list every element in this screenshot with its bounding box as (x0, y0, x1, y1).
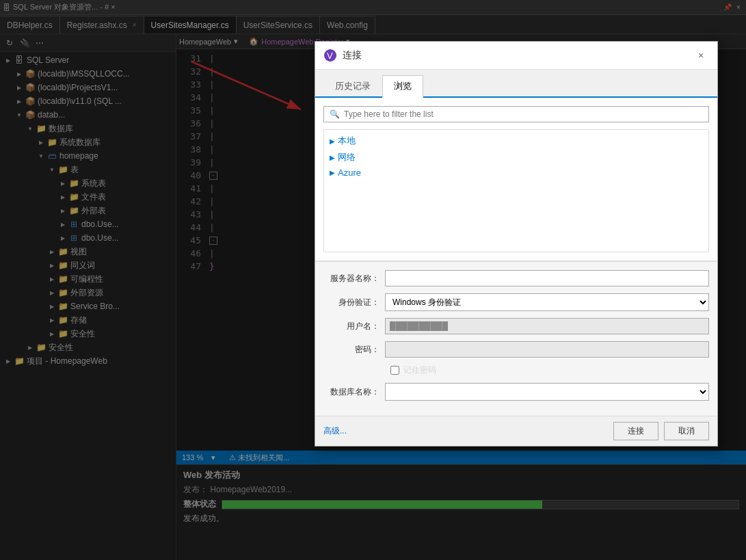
auth-row: 身份验证： Windows 身份验证 SQL Server 身份验证 (323, 293, 709, 311)
auth-label: 身份验证： (323, 297, 385, 308)
server-row: 服务器名称： (323, 270, 709, 286)
dialog-footer: 高级... 连接 取消 (315, 416, 717, 446)
dialog-search-box[interactable]: 🔍 (323, 106, 709, 122)
dialog-titlebar: V 连接 × (315, 42, 717, 70)
remember-checkbox[interactable] (390, 366, 399, 375)
dialog-title-text: 连接 (343, 49, 693, 62)
db-row: 数据库名称： (323, 383, 709, 401)
remember-row: 记住密码 (323, 364, 709, 376)
user-label: 用户名： (323, 321, 385, 332)
connection-dialog: V 连接 × 历史记录 浏览 🔍 ▶ 本地 (315, 41, 718, 446)
server-input[interactable] (385, 270, 709, 286)
password-input[interactable] (385, 341, 709, 358)
cancel-button[interactable]: 取消 (664, 422, 709, 440)
db-select[interactable] (385, 383, 709, 401)
advanced-link[interactable]: 高级... (323, 425, 347, 437)
db-label: 数据库名称： (323, 386, 385, 398)
dialog-tree: ▶ 本地 ▶ 网络 ▶ Azure (323, 129, 709, 252)
search-icon: 🔍 (330, 109, 340, 119)
tab-browse[interactable]: 浏览 (382, 75, 423, 98)
auth-select[interactable]: Windows 身份验证 SQL Server 身份验证 (385, 293, 709, 311)
user-row: 用户名： (323, 318, 709, 334)
password-row: 密码： (323, 341, 709, 358)
tree-item-local[interactable]: ▶ 本地 (327, 133, 706, 149)
remember-label: 记住密码 (403, 364, 436, 376)
password-label: 密码： (323, 344, 385, 356)
dialog-title-icon: V (323, 49, 337, 62)
expand-icon: ▶ (330, 154, 335, 161)
user-input[interactable] (385, 318, 709, 334)
connect-button[interactable]: 连接 (613, 422, 658, 440)
dialog-form: 服务器名称： 身份验证： Windows 身份验证 SQL Server 身份验… (315, 261, 717, 416)
dialog-content: 🔍 ▶ 本地 ▶ 网络 ▶ Azure (315, 98, 717, 261)
tree-label-azure: Azure (338, 168, 361, 178)
tree-item-azure[interactable]: ▶ Azure (327, 165, 706, 180)
dialog-tabs: 历史记录 浏览 (315, 70, 717, 98)
expand-icon: ▶ (330, 169, 335, 176)
tab-history[interactable]: 历史记录 (323, 75, 382, 96)
dialog-close-button[interactable]: × (693, 47, 709, 64)
tree-label-local: 本地 (338, 135, 356, 147)
expand-icon: ▶ (330, 137, 335, 145)
server-label: 服务器名称： (323, 273, 385, 284)
svg-text:V: V (327, 51, 333, 61)
tree-label-network: 网络 (338, 151, 356, 163)
tree-item-network[interactable]: ▶ 网络 (327, 149, 706, 165)
dialog-search-input[interactable] (344, 109, 703, 119)
